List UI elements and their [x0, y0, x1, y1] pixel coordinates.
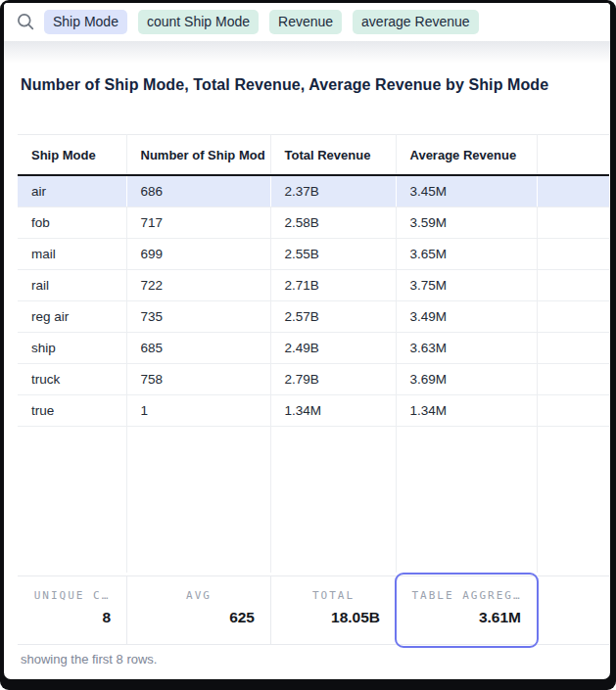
table-row[interactable]: fob 717 2.58B 3.59M: [18, 207, 609, 238]
table-row[interactable]: ship 685 2.49B 3.63M: [18, 332, 609, 363]
cell-count[interactable]: 717: [126, 207, 270, 238]
column-header-average-revenue[interactable]: Average Revenue: [396, 135, 537, 176]
cell-total-revenue[interactable]: 2.79B: [270, 363, 396, 394]
toolbar-shadow: [4, 41, 610, 63]
cell-average-revenue[interactable]: 3.69M: [396, 363, 537, 394]
cell-count[interactable]: 758: [126, 363, 270, 394]
cell-ship-mode[interactable]: rail: [18, 269, 126, 300]
cell-average-revenue[interactable]: 3.59M: [396, 207, 537, 238]
cell-total-revenue[interactable]: 1.34M: [270, 394, 396, 426]
table-row[interactable]: true 1 1.34M 1.34M: [18, 394, 609, 426]
cell-average-revenue[interactable]: 3.75M: [396, 269, 537, 300]
cell-average-revenue[interactable]: 1.34M: [396, 394, 537, 426]
query-token-list: Ship Mode count Ship Mode Revenue averag…: [44, 10, 479, 34]
summary-unique-count[interactable]: UNIQUE C… 8: [18, 576, 126, 644]
summary-avg[interactable]: AVG 625: [126, 576, 270, 644]
cell-average-revenue[interactable]: 3.65M: [396, 238, 537, 269]
cell-filler: [537, 269, 609, 300]
cell-count[interactable]: 685: [126, 332, 270, 363]
cell-filler: [537, 175, 609, 207]
cell-filler: [537, 394, 609, 426]
cell-count[interactable]: 722: [126, 269, 270, 300]
table-empty-space: [18, 426, 609, 573]
table-row[interactable]: rail 722 2.71B 3.75M: [18, 269, 609, 300]
summary-filler: [537, 576, 609, 644]
empty-cell: [537, 426, 609, 573]
row-count-note: showing the first 8 rows.: [21, 652, 157, 667]
summary-value: 3.61M: [397, 609, 537, 626]
cell-ship-mode[interactable]: air: [18, 175, 126, 207]
app-content: Ship Mode count Ship Mode Revenue averag…: [4, 3, 610, 679]
column-header-number-of-ship-mode[interactable]: Number of Ship Mod: [126, 135, 270, 176]
query-chip-revenue[interactable]: Revenue: [269, 10, 342, 34]
table-header-row: Ship Mode Number of Ship Mod Total Reven…: [18, 135, 609, 176]
cell-filler: [537, 300, 609, 332]
summary-value: 8: [18, 609, 126, 626]
empty-cell: [396, 426, 537, 573]
cell-count[interactable]: 735: [126, 300, 270, 332]
column-header-ship-mode[interactable]: Ship Mode: [18, 135, 126, 176]
summary-value: 625: [127, 609, 270, 626]
cell-total-revenue[interactable]: 2.55B: [270, 238, 396, 269]
cell-ship-mode[interactable]: true: [18, 394, 126, 426]
cell-average-revenue[interactable]: 3.45M: [396, 175, 537, 207]
cell-total-revenue[interactable]: 2.58B: [270, 207, 396, 238]
cell-total-revenue[interactable]: 2.57B: [270, 300, 396, 332]
cell-filler: [537, 332, 609, 363]
table-row[interactable]: air 686 2.37B 3.45M: [18, 175, 609, 207]
search-input[interactable]: [479, 10, 600, 35]
cell-ship-mode[interactable]: ship: [18, 332, 126, 363]
summary-value: 18.05B: [271, 609, 396, 626]
cell-filler: [537, 207, 609, 238]
cell-filler: [537, 238, 609, 269]
summary-label: TABLE AGGREG…: [397, 589, 537, 602]
table-row[interactable]: reg air 735 2.57B 3.49M: [18, 300, 609, 332]
cell-total-revenue[interactable]: 2.49B: [270, 332, 396, 363]
query-chip-average-revenue[interactable]: average Revenue: [353, 10, 479, 34]
summary-bar: UNIQUE C… 8 AVG 625 TOTAL 18.05B TABLE A…: [18, 575, 609, 645]
search-bar[interactable]: Ship Mode count Ship Mode Revenue averag…: [4, 3, 610, 41]
cell-count[interactable]: 699: [126, 238, 270, 269]
cell-count[interactable]: 686: [126, 175, 270, 207]
empty-cell: [126, 426, 270, 573]
page-title: Number of Ship Mode, Total Revenue, Aver…: [21, 76, 598, 94]
summary-label: AVG: [127, 589, 270, 602]
column-header-filler: [537, 135, 609, 176]
cell-ship-mode[interactable]: truck: [18, 363, 126, 394]
cell-count[interactable]: 1: [126, 394, 270, 426]
query-chip-ship-mode[interactable]: Ship Mode: [44, 10, 127, 34]
cell-total-revenue[interactable]: 2.37B: [270, 175, 396, 207]
app-window: Ship Mode count Ship Mode Revenue averag…: [0, 0, 616, 690]
cell-filler: [537, 363, 609, 394]
empty-cell: [18, 426, 126, 573]
search-icon: [17, 13, 35, 31]
query-chip-count-ship-mode[interactable]: count Ship Mode: [138, 10, 259, 34]
summary-total[interactable]: TOTAL 18.05B: [270, 576, 396, 644]
cell-average-revenue[interactable]: 3.63M: [396, 332, 537, 363]
cell-total-revenue[interactable]: 2.71B: [270, 269, 396, 300]
table-row[interactable]: truck 758 2.79B 3.69M: [18, 363, 609, 394]
cell-average-revenue[interactable]: 3.49M: [396, 300, 537, 332]
table-row[interactable]: mail 699 2.55B 3.65M: [18, 238, 609, 269]
empty-cell: [270, 426, 396, 573]
summary-label: UNIQUE C…: [18, 589, 126, 602]
summary-label: TOTAL: [271, 589, 396, 602]
cell-ship-mode[interactable]: mail: [18, 238, 126, 269]
cell-ship-mode[interactable]: reg air: [18, 300, 126, 332]
column-header-total-revenue[interactable]: Total Revenue: [270, 135, 396, 176]
cell-ship-mode[interactable]: fob: [18, 207, 126, 238]
results-table: Ship Mode Number of Ship Mod Total Reven…: [18, 134, 609, 573]
summary-table-aggregate[interactable]: TABLE AGGREG… 3.61M: [396, 576, 537, 644]
